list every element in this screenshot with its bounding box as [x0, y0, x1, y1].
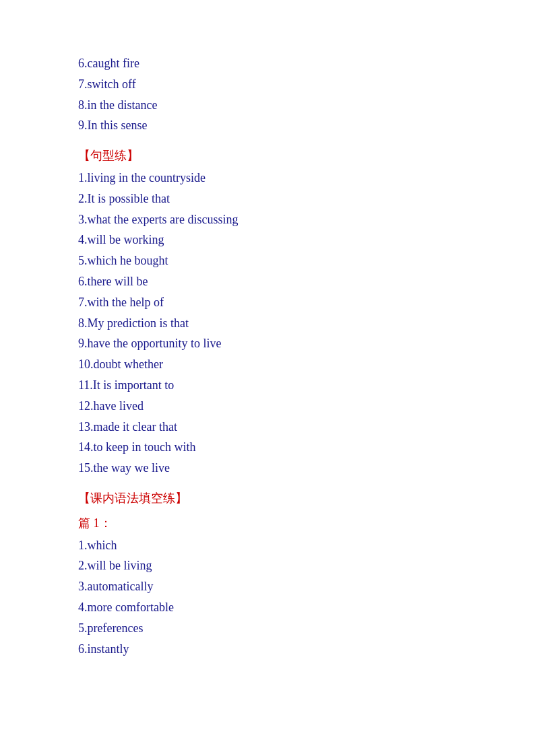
list-item: 8.My prediction is that — [78, 314, 457, 333]
list-item: 6.caught fire — [78, 54, 457, 73]
section-header: 【课内语法填空练】 — [78, 489, 457, 508]
list-item: 6.there will be — [78, 272, 457, 291]
list-item: 12.have lived — [78, 397, 457, 416]
list-item: 7.switch off — [78, 75, 457, 94]
list-item: 2.It is possible that — [78, 189, 457, 209]
list-item: 6.instantly — [78, 640, 457, 659]
list-item: 11.It is important to — [78, 376, 457, 395]
list-item: 2.will be living — [78, 556, 457, 576]
list-item: 13.made it clear that — [78, 417, 457, 437]
list-item: 10.doubt whether — [78, 355, 457, 374]
list-item: 1.which — [78, 536, 457, 555]
list-item: 3.automatically — [78, 577, 457, 596]
subsection-label: 篇 1： — [78, 514, 457, 533]
list-item: 7.with the help of — [78, 293, 457, 312]
list-item: 3.what the experts are discussing — [78, 210, 457, 230]
list-item: 8.in the distance — [78, 96, 457, 115]
list-item: 4.more comfortable — [78, 598, 457, 617]
section-header: 【句型练】 — [78, 146, 457, 166]
list-item: 5.which he bought — [78, 251, 457, 271]
list-item: 4.will be working — [78, 230, 457, 250]
list-item: 15.the way we live — [78, 458, 457, 478]
list-item: 9.have the opportunity to live — [78, 334, 457, 353]
list-item: 5.preferences — [78, 619, 457, 638]
list-item: 9.In this sense — [78, 116, 457, 135]
page-content: 6.caught fire7.switch off8.in the distan… — [78, 54, 457, 658]
list-item: 1.living in the countryside — [78, 168, 457, 188]
list-item: 14.to keep in touch with — [78, 438, 457, 457]
